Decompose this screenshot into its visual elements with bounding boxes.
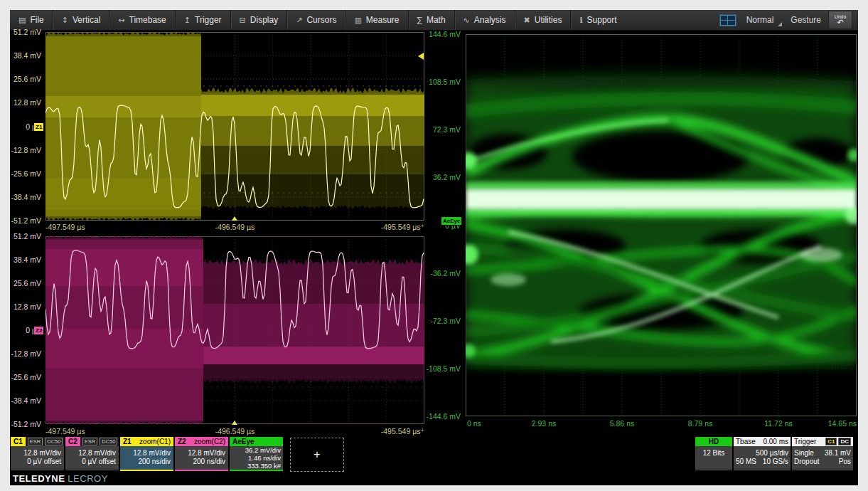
vertical-icon: ↕ xyxy=(62,16,68,25)
menu-label-trigger: Trigger xyxy=(195,15,222,25)
teledyne-lecroy-logo: TELEDYNELECROY xyxy=(13,473,108,484)
menu-item-cursors[interactable]: ↗Cursors xyxy=(287,10,345,30)
oscilloscope-app: ▤File ↕Vertical ↔Timebase ↥Trigger ⊟Disp… xyxy=(10,10,858,485)
eye-x-axis: 0 ns2.93 ns5.86 ns8.79 ns11.72 ns14.65 n… xyxy=(466,419,857,428)
y-axis-label: -51.2 mV xyxy=(11,216,41,225)
y-axis-label: 51.2 mV xyxy=(14,232,41,241)
y-axis-label: -38.4 mV xyxy=(11,396,41,405)
z2-tdiv: 200 ns/div xyxy=(178,458,225,466)
menu-item-display[interactable]: ⊟Display xyxy=(231,10,288,30)
menu-item-timebase[interactable]: ↔Timebase xyxy=(109,10,175,30)
logo-sub: LECROY xyxy=(68,473,107,484)
x-axis-label: -497.549 µs xyxy=(45,427,85,435)
trigger-box[interactable]: TriggerC1DC Single38.1 mVDropoutPos xyxy=(792,437,853,471)
eye-channel-marker[interactable]: AeEye xyxy=(441,216,462,226)
trigger-slope: Pos xyxy=(839,458,851,466)
hd-mode-box[interactable]: HD 12 Bits xyxy=(695,437,732,471)
c1-badge-dc50: DC50 xyxy=(45,438,63,445)
cursors-icon: ↗ xyxy=(296,16,302,25)
x-axis-label: 5.86 ns xyxy=(610,419,634,428)
descriptor-z1[interactable]: Z1zoom(C1) 12.8 mV/div200 ns/div xyxy=(120,437,173,471)
trigger-level-marker[interactable] xyxy=(418,53,424,60)
c1-badge-esr: ESR xyxy=(28,438,43,445)
x-axis-label: 8.79 ns xyxy=(688,419,712,428)
support-icon: ℹ xyxy=(579,16,582,25)
eye-diagram-grid[interactable] xyxy=(466,34,857,416)
x-axis-label: 0 ns xyxy=(467,419,481,428)
add-trace-plus: + xyxy=(314,448,320,461)
trigger-type: Dropout xyxy=(794,458,820,466)
z1-vdiv: 12.8 mV/div xyxy=(123,449,171,458)
x-axis-label: -496.549 µs xyxy=(215,427,255,435)
y-axis-label: 12.8 mV xyxy=(14,98,41,107)
descriptor-aeeye[interactable]: AeEye 36.2 mV/div1.46 ns/div333.350 k# xyxy=(230,437,283,471)
tbase-rate: 10 GS/s xyxy=(763,458,788,466)
z1-trigger-time-marker xyxy=(232,216,237,221)
y-axis-label: 25.6 mV xyxy=(14,75,41,83)
dropdown-corner-icon xyxy=(778,22,782,26)
display-icon: ⊟ xyxy=(240,16,246,25)
y-axis-label: -25.6 mV xyxy=(11,169,41,178)
menu-label-vertical: Vertical xyxy=(73,15,100,25)
menu-bar: ▤File ↕Vertical ↔Timebase ↥Trigger ⊟Disp… xyxy=(10,10,858,31)
z2-trigger-time-marker xyxy=(232,421,237,425)
logo-brand: TELEDYNE xyxy=(13,473,65,484)
z2-channel-marker[interactable]: Z2 xyxy=(33,326,44,335)
z1-x-axis: -497.549 µs-496.549 µs-495.549 µs⁺ xyxy=(45,223,424,232)
z2-id: Z2 xyxy=(178,438,186,445)
y-axis-label: -72.3 mV xyxy=(430,317,461,325)
aeeye-count: 333.350 k# xyxy=(232,463,281,470)
c2-id: C2 xyxy=(65,437,80,446)
y-axis-label: -51.2 mV xyxy=(11,420,41,428)
menu-item-trigger[interactable]: ↥Trigger xyxy=(176,10,231,30)
y-axis-label: -25.6 mV xyxy=(11,373,41,381)
z1-title: zoom(C1) xyxy=(139,438,171,445)
menu-label-measure: Measure xyxy=(366,15,400,25)
z1-waveform-grid[interactable] xyxy=(45,32,424,221)
c2-vdiv: 12.8 mV/div xyxy=(68,449,116,458)
y-axis-label: 108.5 mV xyxy=(429,78,461,86)
timebase-box[interactable]: Tbase0.00 ms 500 µs/div50 MS10 GS/s xyxy=(734,437,791,471)
tbase-label: Tbase xyxy=(736,438,756,445)
grid-mode-dropdown[interactable]: Normal xyxy=(744,14,784,26)
measure-icon: ▥ xyxy=(354,16,361,25)
descriptor-c1[interactable]: C1ESRDC50 12.8 mV/div0 µV offset xyxy=(11,437,64,471)
z2-title: zoom(C2) xyxy=(194,438,225,445)
c1-id: C1 xyxy=(11,437,26,446)
analysis-icon: ∿ xyxy=(464,16,470,25)
menu-item-file[interactable]: ▤File xyxy=(10,10,53,30)
y-axis-label: 38.4 mV xyxy=(14,255,41,264)
z1-channel-marker[interactable]: Z1 xyxy=(33,122,44,132)
menu-label-utilities: Utilities xyxy=(535,15,562,25)
gesture-undo-button[interactable]: Undo↶ xyxy=(828,11,852,29)
add-trace-button[interactable]: + xyxy=(290,438,344,472)
c1-offset: 0 µV offset xyxy=(14,458,61,466)
descriptor-z2[interactable]: Z2zoom(C2) 12.8 mV/div200 ns/div xyxy=(175,437,228,471)
y-axis-label: 38.4 mV xyxy=(14,51,41,60)
menu-item-measure[interactable]: ▥Measure xyxy=(345,10,408,30)
z1-id: Z1 xyxy=(123,438,132,445)
x-axis-label: -497.549 µs xyxy=(45,223,85,231)
menu-item-support[interactable]: ℹSupport xyxy=(571,10,625,30)
c1-vdiv: 12.8 mV/div xyxy=(14,449,61,458)
eye-diagram-waveform xyxy=(466,34,857,416)
z2-vdiv: 12.8 mV/div xyxy=(178,449,225,458)
menu-label-math: Math xyxy=(427,15,446,25)
grid-mode-icon[interactable] xyxy=(719,14,736,26)
aeeye-tdiv: 1.46 ns/div xyxy=(232,455,281,463)
aeeye-id: AeEye xyxy=(232,438,254,445)
hd-bits: 12 Bits xyxy=(695,446,732,470)
c2-offset: 0 µV offset xyxy=(68,458,116,466)
z2-waveform-grid[interactable] xyxy=(45,236,424,424)
menu-item-analysis[interactable]: ∿Analysis xyxy=(455,10,515,30)
y-axis-label: 144.6 mV xyxy=(429,30,461,38)
menu-item-vertical[interactable]: ↕Vertical xyxy=(53,10,110,30)
timebase-icon: ↔ xyxy=(118,16,124,25)
menu-item-utilities[interactable]: ✖Utilities xyxy=(515,10,572,30)
menu-item-math[interactable]: ∑Math xyxy=(409,10,455,30)
trigger-level: 38.1 mV xyxy=(825,449,851,458)
descriptor-c2[interactable]: C2ESRDC50 12.8 mV/div0 µV offset xyxy=(65,437,119,471)
hd-label: HD xyxy=(695,437,732,446)
x-axis-label: -496.549 µs xyxy=(215,223,255,231)
z1-tdiv: 200 ns/div xyxy=(123,458,171,466)
